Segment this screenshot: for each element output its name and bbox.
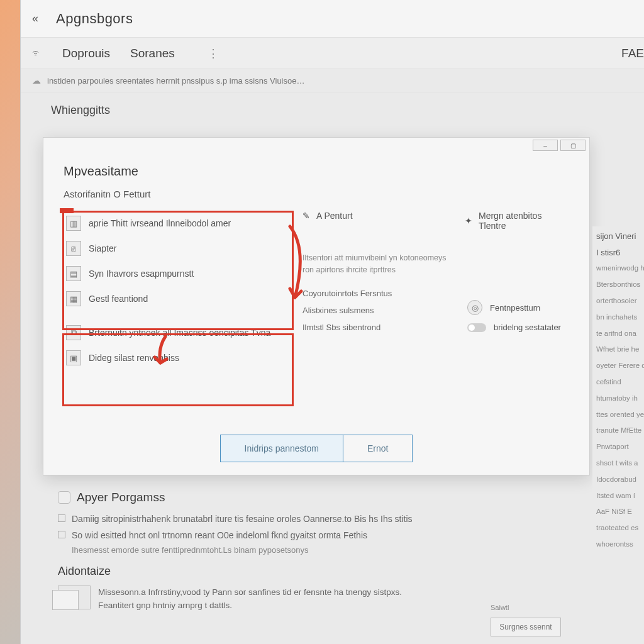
grid-icon: ▥ bbox=[66, 216, 81, 231]
desc-text: Missesonn.a Infrrstiny,vood ty Pann sor … bbox=[98, 586, 402, 613]
tab-soranes[interactable]: Soranes bbox=[130, 47, 175, 60]
right-item: Btersbonthios bbox=[596, 279, 644, 291]
tabs-row: ᯤ Doprouis Soranes ⋮ FAE bbox=[21, 38, 644, 69]
right-item: orterthosoier bbox=[596, 296, 644, 307]
right-head-1: sijon Vineri bbox=[596, 230, 644, 243]
right-item: bn inchahets bbox=[596, 312, 644, 323]
right-item: cefstind bbox=[596, 377, 644, 388]
colc-heading: ✦ Mergn atenbitos Tlentre bbox=[465, 211, 569, 231]
colc-item-fentn[interactable]: ◎ Fentnpestturn bbox=[465, 296, 569, 319]
save-button[interactable]: Surgnes ssennt bbox=[491, 618, 561, 636]
maximize-button[interactable]: ▢ bbox=[560, 140, 586, 151]
option-gest-feantiond[interactable]: ▦ Gestl feantiond bbox=[64, 286, 296, 311]
bullet-1-text: Damiig sitropinistrhahenk brunatabrl itu… bbox=[72, 512, 413, 526]
table-icon: ▦ bbox=[66, 291, 81, 306]
desc-line-2: Feantitert gnp hntniy arnprg t dattls. bbox=[98, 599, 402, 613]
option-label: Siapter bbox=[89, 243, 116, 253]
colb-item-1[interactable]: Coyorutoinrtots Fersntus bbox=[303, 285, 460, 302]
option-label: Brternuitn yntnoek all Imacriss oencipit… bbox=[89, 328, 270, 338]
right-item: traoteated es bbox=[596, 523, 644, 534]
subtitle-row: ☁ instiden parpoules sreentates herrnit … bbox=[21, 69, 644, 92]
colb-description: Iltsentori att miumvibeinl yn kotoneomey… bbox=[303, 252, 460, 276]
more-icon[interactable]: ⋮ bbox=[208, 47, 219, 60]
option-label: Syn Ihavrors esapmpurnstt bbox=[89, 269, 194, 279]
option-label: Dideg silast renvanhiss bbox=[89, 353, 179, 363]
colb-heading: ✎ A Penturt bbox=[303, 211, 460, 221]
subtitle-text: instiden parpoules sreentates herrnit pn… bbox=[47, 76, 304, 86]
right-item: Itsted wam í bbox=[596, 491, 644, 502]
rows-icon: ▤ bbox=[66, 266, 81, 281]
wifi-icon: ᯤ bbox=[32, 48, 42, 59]
checkbox-icon[interactable] bbox=[58, 531, 65, 538]
right-item: oyeter Ferere d bbox=[596, 360, 644, 372]
square-icon: ▣ bbox=[66, 350, 81, 365]
bullet-2-text: So wid esitted hnct onl trtnomn reant O0… bbox=[72, 528, 367, 542]
list-icon: ⎚ bbox=[66, 241, 81, 256]
desc-block: Missesonn.a Infrrstiny,vood ty Pann sor … bbox=[58, 586, 618, 613]
dialog-secondary-button[interactable]: Ernot bbox=[343, 435, 413, 462]
dialog-primary-button[interactable]: Inidrips pannestom bbox=[220, 435, 343, 462]
right-item: wmeninwodg hn bbox=[596, 263, 644, 274]
right-item: te arifnd ona bbox=[596, 328, 644, 340]
colb-head-text: A Penturt bbox=[316, 211, 353, 221]
right-item: Idocdorabud bbox=[596, 474, 644, 486]
app-icon bbox=[58, 491, 70, 504]
circle-icon: ◎ bbox=[467, 300, 482, 315]
desc-line-1: Missesonn.a Infrrstiny,vood ty Pann sor … bbox=[98, 586, 402, 599]
spark-icon: ✦ bbox=[465, 216, 472, 226]
toggle-switch[interactable] bbox=[467, 323, 486, 332]
lower-heading-text: Apyer Porgamss bbox=[77, 491, 165, 504]
colb-item-3[interactable]: Ilmtstl Sbs sibentrond bbox=[303, 319, 460, 336]
lower-heading: Apyer Porgamss bbox=[58, 491, 618, 504]
tab-right[interactable]: FAE bbox=[621, 47, 644, 60]
right-panel: sijon Vineri I stisr6 wmeninwodg hn Bter… bbox=[592, 226, 644, 641]
right-item: Wfhet brie he bbox=[596, 344, 644, 355]
monitors-icon bbox=[58, 586, 91, 609]
dialog-col-a: ▥ aprie Thitt ivrseand Ilnneibodol amer … bbox=[64, 211, 296, 370]
minimize-button[interactable]: – bbox=[533, 140, 558, 151]
dialog-subtitle: Astorifanitn O Fetturt bbox=[64, 189, 569, 199]
right-item: ttes orented ye bbox=[596, 409, 644, 421]
windows-icon: ⧉ bbox=[66, 325, 81, 340]
option-syn-ihavrors[interactable]: ▤ Syn Ihavrors esapmpurnstt bbox=[64, 261, 296, 286]
checkbox-icon[interactable] bbox=[58, 514, 65, 522]
right-item: whoerontss bbox=[596, 539, 644, 550]
tab-doprouis[interactable]: Doprouis bbox=[62, 47, 110, 60]
bullet-2: So wid esitted hnct onl trtnomn reant O0… bbox=[58, 528, 618, 542]
right-head-2: I stisr6 bbox=[596, 247, 644, 259]
option-label: Gestl feantiond bbox=[89, 294, 148, 304]
option-brternuitn[interactable]: ⧉ Brternuitn yntnoek all Imacriss oencip… bbox=[64, 320, 296, 345]
right-item: tranute MfEtte bbox=[596, 425, 644, 436]
pen-icon: ✎ bbox=[303, 211, 310, 221]
dialog-columns: ▥ aprie Thitt ivrseand Ilnneibodol amer … bbox=[64, 211, 569, 370]
dialog-titlebar: – ▢ bbox=[43, 138, 589, 153]
dialog-col-c: ✦ Mergn atenbitos Tlentre ◎ Fentnpesttur… bbox=[460, 211, 569, 370]
back-icon[interactable]: « bbox=[32, 12, 38, 25]
right-item: htumatoby ih bbox=[596, 393, 644, 404]
dialog-body: Mpveasitame Astorifanitn O Fetturt ▥ apr… bbox=[43, 153, 589, 370]
lower-content: Apyer Porgamss Damiig sitropinistrhahenk… bbox=[20, 478, 644, 613]
settings-dialog: – ▢ Mpveasitame Astorifanitn O Fetturt ▥… bbox=[43, 137, 590, 475]
colc-item-toggle[interactable]: bridelng sestatater bbox=[465, 319, 569, 336]
option-siapter[interactable]: ⎚ Siapter bbox=[64, 236, 296, 261]
page-title: Apgnsbgors bbox=[56, 11, 133, 27]
option-label: aprie Thitt ivrseand Ilnneibodol amer bbox=[89, 218, 231, 228]
bullet-1: Damiig sitropinistrhahenk brunatabrl itu… bbox=[58, 512, 618, 526]
lower-subtext: Ihesmesst emorde sutre fenttiprednmtoht.… bbox=[72, 545, 618, 555]
header-row: « Apgnsbgors bbox=[21, 0, 644, 38]
option-dideg[interactable]: ▣ Dideg silast renvanhiss bbox=[64, 345, 296, 370]
option-apple-thitt[interactable]: ▥ aprie Thitt ivrseand Ilnneibodol amer bbox=[64, 211, 296, 236]
right-item: shsot t wits a bbox=[596, 458, 644, 469]
save-label: Saiwtl bbox=[491, 604, 509, 611]
lower-heading-2: Aidontaize bbox=[58, 565, 618, 578]
section-title: Whienggitts bbox=[21, 92, 644, 123]
dialog-title: Mpveasitame bbox=[64, 164, 569, 179]
cloud-icon: ☁ bbox=[32, 75, 41, 86]
dialog-col-b: ✎ A Penturt Iltsentori att miumvibeinl y… bbox=[296, 211, 460, 370]
right-item: AaF NiSf E bbox=[596, 506, 644, 518]
colc-item-label: bridelng sestatater bbox=[494, 323, 561, 332]
colc-item-label: Fentnpestturn bbox=[490, 303, 540, 313]
right-item: Pnwtaport bbox=[596, 441, 644, 453]
colc-head-text: Mergn atenbitos Tlentre bbox=[479, 211, 569, 231]
colb-item-2[interactable]: Alistxines sulsmens bbox=[303, 302, 460, 319]
